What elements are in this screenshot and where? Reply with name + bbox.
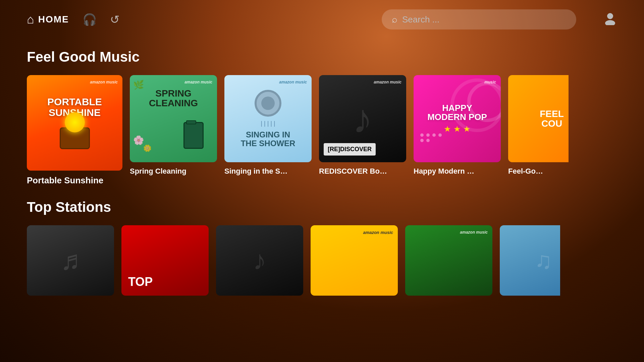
happy-modern-label: Happy Modern … bbox=[414, 167, 501, 176]
feel-good-section: Feel Good Music amazon music PORTABLESUN… bbox=[0, 49, 644, 186]
top-stations-title: Top Stations bbox=[27, 199, 617, 215]
amazon-badge-s4: amazon music bbox=[363, 230, 393, 235]
suitcase-art bbox=[56, 122, 93, 149]
card-rediscover[interactable]: amazon music ♪ [RE]DISCOVER REDISCOVER B… bbox=[319, 75, 406, 186]
water-drops: | | | | | bbox=[261, 120, 275, 127]
amazon-badge-1: amazon music bbox=[90, 80, 118, 84]
home-icon: ⌂ bbox=[27, 12, 34, 26]
feel-good-cards-row: amazon music PORTABLESUNSHINE Portable S… bbox=[27, 75, 617, 186]
feelgood-label: Feel-Go… bbox=[508, 167, 569, 176]
station-card-6[interactable]: ♫ bbox=[500, 225, 560, 296]
amazon-badge-3: amazon music bbox=[279, 80, 307, 84]
singing-shower-label: Singing in the S… bbox=[224, 167, 312, 176]
station6-photo: ♫ bbox=[500, 225, 560, 296]
card-feelgood-country[interactable]: FEELCOU Feel-Go… bbox=[508, 75, 569, 186]
svg-point-1 bbox=[605, 20, 615, 25]
station-card-4[interactable]: amazon music bbox=[311, 225, 398, 296]
search-bar[interactable]: ⌕ bbox=[382, 9, 576, 29]
history-icon[interactable]: ↺ bbox=[110, 13, 119, 26]
headphones-icon[interactable]: 🎧 bbox=[83, 13, 97, 26]
station-card-3[interactable]: ♪ bbox=[216, 225, 303, 296]
station1-photo: ♬ bbox=[27, 225, 114, 296]
home-label: HOME bbox=[38, 14, 69, 25]
search-input[interactable] bbox=[402, 14, 566, 25]
flower-dec1: 🌸 bbox=[133, 135, 144, 145]
nav-left: ⌂ HOME 🎧 ↺ bbox=[27, 12, 368, 26]
station-card-2[interactable]: TOP bbox=[121, 225, 209, 296]
search-icon: ⌕ bbox=[392, 14, 397, 25]
home-button[interactable]: ⌂ HOME bbox=[27, 12, 69, 26]
station2-label: TOP bbox=[128, 275, 153, 289]
svg-point-0 bbox=[607, 13, 613, 19]
spring-cleaning-text: SPRINGCLEANING bbox=[135, 88, 212, 108]
header: ⌂ HOME 🎧 ↺ ⌕ bbox=[0, 0, 644, 39]
card-spring-cleaning[interactable]: amazon music 🌿 🌸 🌼 SPRINGCLEANING Spring… bbox=[130, 75, 217, 186]
rediscover-label: REDISCOVER Bo… bbox=[319, 167, 406, 176]
top-stations-cards-row: ♬ TOP ♪ amazon music bbox=[27, 225, 617, 296]
amazon-badge-2: amazon music bbox=[184, 80, 212, 84]
rediscover-badge: [RE]DISCOVER bbox=[324, 143, 376, 156]
dots-pattern bbox=[420, 133, 442, 142]
amazon-badge-s5: amazon music bbox=[460, 230, 488, 235]
spray-bottle bbox=[183, 122, 204, 149]
singing-shower-text: SINGING INTHE SHOWER bbox=[241, 130, 296, 147]
top-stations-section: Top Stations ♬ TOP ♪ bbox=[0, 199, 644, 296]
feelgood-text: FEELCOU bbox=[540, 109, 564, 129]
card-portable-sunshine[interactable]: amazon music PORTABLESUNSHINE Portable S… bbox=[27, 75, 122, 186]
profile-icon[interactable] bbox=[603, 11, 617, 28]
flower-dec2: 🌼 bbox=[143, 144, 152, 152]
feel-good-title: Feel Good Music bbox=[27, 49, 617, 65]
station3-photo: ♪ bbox=[216, 225, 303, 296]
station-card-5[interactable]: amazon music bbox=[405, 225, 492, 296]
portable-sunshine-label: Portable Sunshine bbox=[27, 175, 122, 186]
spring-cleaning-label: Spring Cleaning bbox=[130, 167, 217, 176]
card-happy-modern[interactable]: music HAPPYMODERN PO bbox=[414, 75, 501, 186]
showerhead bbox=[255, 90, 281, 117]
card-singing-shower[interactable]: amazon music | | | | | SINGING INTHE SHO… bbox=[224, 75, 312, 186]
station-card-1[interactable]: ♬ bbox=[27, 225, 114, 296]
